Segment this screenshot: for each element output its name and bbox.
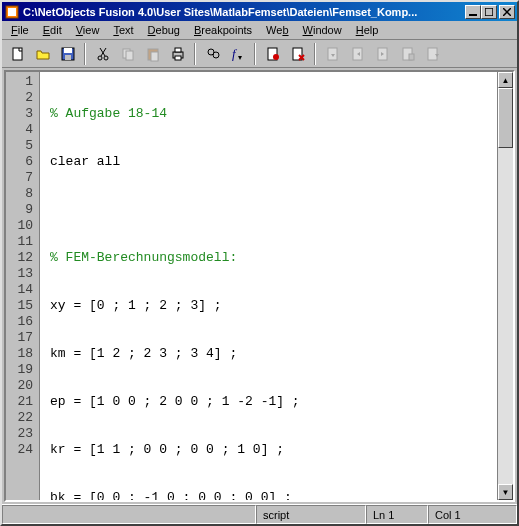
statusbar: script Ln 1 Col 1 <box>2 504 517 524</box>
new-file-button[interactable] <box>6 43 29 65</box>
toolbar: f▾ <box>2 40 517 68</box>
svg-rect-6 <box>13 48 22 60</box>
menu-web[interactable]: Web <box>259 22 295 38</box>
toolbar-separator <box>254 43 256 65</box>
svg-point-22 <box>213 52 219 58</box>
save-button[interactable] <box>56 43 79 65</box>
svg-line-11 <box>101 48 106 56</box>
svg-point-13 <box>104 56 108 60</box>
code-editor[interactable]: % Aufgabe 18-14 clear all % FEM-Berechnu… <box>40 72 497 500</box>
minimize-button[interactable] <box>465 5 481 19</box>
app-window: C:\NetObjects Fusion 4.0\User Sites\Matl… <box>0 0 519 526</box>
status-col: Col 1 <box>428 505 517 524</box>
svg-rect-17 <box>151 52 158 61</box>
menubar: File Edit View Text Debug Breakpoints We… <box>2 21 517 40</box>
paste-button[interactable] <box>141 43 164 65</box>
scroll-up-button[interactable]: ▲ <box>498 72 513 88</box>
svg-point-12 <box>98 56 102 60</box>
exit-debug-button[interactable] <box>421 43 444 65</box>
maximize-button[interactable] <box>481 5 497 19</box>
continue-button[interactable] <box>396 43 419 65</box>
menu-edit[interactable]: Edit <box>36 22 69 38</box>
status-message <box>2 505 256 524</box>
cut-button[interactable] <box>91 43 114 65</box>
scroll-thumb[interactable] <box>498 88 513 148</box>
copy-button[interactable] <box>116 43 139 65</box>
window-title: C:\NetObjects Fusion 4.0\User Sites\Matl… <box>23 6 465 18</box>
menu-help[interactable]: Help <box>349 22 386 38</box>
status-line: Ln 1 <box>366 505 428 524</box>
svg-point-27 <box>273 54 279 60</box>
menu-breakpoints[interactable]: Breakpoints <box>187 22 259 38</box>
function-button[interactable]: f▾ <box>226 43 249 65</box>
line-gutter: 1234 5678 9101112 13141516 17181920 2122… <box>6 72 40 500</box>
vertical-scrollbar[interactable]: ▲ ▼ <box>497 72 513 500</box>
menu-text[interactable]: Text <box>106 22 140 38</box>
svg-rect-19 <box>175 48 181 52</box>
toolbar-separator <box>314 43 316 65</box>
toolbar-separator <box>194 43 196 65</box>
svg-rect-8 <box>64 48 72 53</box>
open-file-button[interactable] <box>31 43 54 65</box>
set-breakpoint-button[interactable] <box>261 43 284 65</box>
close-button[interactable] <box>499 5 515 19</box>
svg-rect-1 <box>8 8 16 16</box>
menu-debug[interactable]: Debug <box>141 22 187 38</box>
svg-rect-3 <box>485 8 493 16</box>
find-button[interactable] <box>201 43 224 65</box>
svg-rect-35 <box>409 54 414 60</box>
status-type: script <box>256 505 366 524</box>
titlebar: C:\NetObjects Fusion 4.0\User Sites\Matl… <box>2 2 517 21</box>
svg-rect-9 <box>65 55 71 60</box>
menu-window[interactable]: Window <box>296 22 349 38</box>
menu-view[interactable]: View <box>69 22 107 38</box>
menu-file[interactable]: File <box>4 22 36 38</box>
step-button[interactable] <box>321 43 344 65</box>
svg-rect-15 <box>126 51 133 60</box>
app-icon <box>4 4 20 20</box>
svg-rect-20 <box>175 56 181 60</box>
window-controls <box>465 5 515 19</box>
svg-line-10 <box>100 48 105 56</box>
scroll-track[interactable] <box>498 88 513 484</box>
editor-area: 1234 5678 9101112 13141516 17181920 2122… <box>4 70 515 502</box>
clear-breakpoint-button[interactable] <box>286 43 309 65</box>
svg-rect-2 <box>469 14 477 16</box>
step-in-button[interactable] <box>346 43 369 65</box>
svg-text:▾: ▾ <box>238 53 242 62</box>
print-button[interactable] <box>166 43 189 65</box>
step-out-button[interactable] <box>371 43 394 65</box>
scroll-down-button[interactable]: ▼ <box>498 484 513 500</box>
toolbar-separator <box>84 43 86 65</box>
